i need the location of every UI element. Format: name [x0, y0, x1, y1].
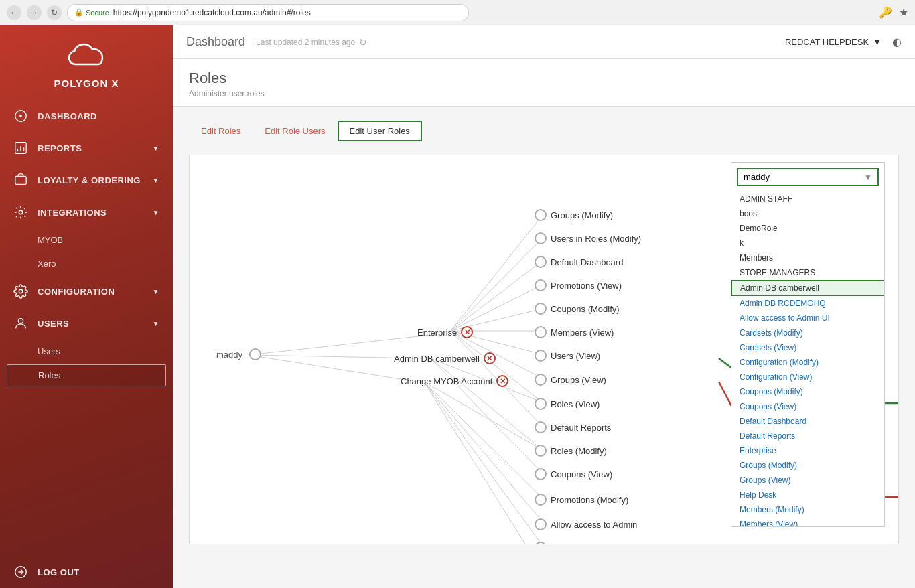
- user-dropdown-arrow: ▼: [873, 37, 882, 47]
- sidebar-item-dashboard[interactable]: DASHBOARD: [0, 100, 173, 132]
- dropdown-item-members[interactable]: Members: [731, 250, 884, 265]
- node-change-myob[interactable]: Change MYOB Account: [401, 375, 508, 387]
- reload-button[interactable]: ↻: [47, 5, 62, 20]
- cloud-icon: [66, 39, 107, 72]
- svg-point-7: [19, 210, 23, 214]
- sidebar-item-users-sub[interactable]: Users: [0, 340, 173, 363]
- dropdown-item-admin-db-rcdemohq[interactable]: Admin DB RCDEMOHQ: [731, 296, 884, 311]
- dropdown-item-members-view[interactable]: Members (View): [731, 517, 884, 526]
- dashboard-icon: [13, 108, 28, 123]
- dropdown-item-demorole[interactable]: DemoRole: [731, 221, 884, 236]
- dropdown-item-allow-access[interactable]: Allow access to Admin UI: [731, 311, 884, 325]
- integrations-icon: [13, 205, 28, 220]
- top-bar-right: REDCAT HELPDESK ▼ ◐: [785, 35, 902, 48]
- dropdown-item-boost[interactable]: boost: [731, 206, 884, 221]
- page-header: Roles Administer user roles: [173, 59, 915, 107]
- star-icon: ★: [899, 6, 908, 19]
- role-node-6: Users (View): [535, 350, 600, 362]
- node-maddy[interactable]: maddy: [216, 348, 261, 360]
- svg-line-16: [451, 238, 543, 331]
- address-bar[interactable]: 🔒 Secure https://polygondemo1.redcatclou…: [67, 4, 469, 21]
- configuration-arrow: ▼: [153, 288, 159, 295]
- dropdown-item-coupons-view[interactable]: Coupons (View): [731, 399, 884, 414]
- tab-edit-role-users[interactable]: Edit Role Users: [253, 121, 337, 141]
- sidebar-item-reports[interactable]: REPORTS ▼: [0, 132, 173, 164]
- dropdown-item-groups-modify[interactable]: Groups (Modify): [731, 458, 884, 473]
- dropdown-item-k[interactable]: k: [731, 236, 884, 250]
- refresh-icon[interactable]: ↻: [359, 37, 367, 48]
- dropdown-item-groups-view[interactable]: Groups (View): [731, 473, 884, 488]
- change-myob-circle: [496, 375, 508, 387]
- dropdown-item-config-view[interactable]: Configuration (View): [731, 370, 884, 384]
- dropdown-item-cardsets-modify[interactable]: Cardsets (Modify): [731, 325, 884, 340]
- reports-arrow: ▼: [153, 145, 159, 152]
- role-node-12: Promotions (Modify): [535, 494, 628, 506]
- node-admin-db[interactable]: Admin DB camberwell: [394, 352, 496, 364]
- tab-edit-user-roles[interactable]: Edit User Roles: [338, 121, 422, 141]
- role-node-13: Allow access to Admin: [535, 518, 637, 530]
- svg-line-26: [431, 358, 543, 450]
- graph-area: maddy Enterprise Admin DB camberwell: [190, 155, 898, 544]
- back-button[interactable]: ←: [7, 5, 21, 20]
- secure-badge: 🔒 Secure: [74, 8, 109, 17]
- browser-bar: ← → ↻ 🔒 Secure https://polygondemo1.redc…: [0, 0, 915, 25]
- role-node-8: Roles (View): [535, 398, 600, 410]
- dropdown-item-store-managers[interactable]: STORE MANAGERS: [731, 265, 884, 280]
- maddy-circle: [249, 348, 261, 360]
- dropdown-arrow[interactable]: ▼: [864, 173, 872, 182]
- page-subtitle: Administer user roles: [189, 89, 899, 98]
- last-updated: Last updated 2 minutes ago: [256, 38, 355, 47]
- forward-button[interactable]: →: [27, 5, 42, 20]
- role-node-5: Members (View): [535, 326, 614, 338]
- sidebar-item-users[interactable]: USERS ▼: [0, 307, 173, 340]
- configuration-icon: [13, 284, 28, 299]
- svg-line-30: [424, 382, 543, 522]
- tab-edit-roles[interactable]: Edit Roles: [189, 121, 253, 141]
- sidebar-item-logout[interactable]: LOG OUT: [0, 556, 173, 588]
- integrations-arrow: ▼: [153, 209, 159, 216]
- svg-rect-6: [15, 177, 27, 185]
- svg-point-1: [19, 115, 22, 117]
- dropdown-item-enterprise[interactable]: Enterprise: [731, 443, 884, 458]
- dropdown-item-default-reports[interactable]: Default Reports: [731, 429, 884, 443]
- search-input[interactable]: [744, 172, 864, 182]
- loyalty-icon: [13, 173, 28, 188]
- sidebar-item-configuration[interactable]: CONFIGURATION ▼: [0, 275, 173, 307]
- dropdown-panel: ▼ ADMIN STAFF boost DemoRole k Members S…: [731, 162, 885, 527]
- users-arrow: ▼: [153, 320, 159, 327]
- svg-line-15: [451, 215, 543, 331]
- dropdown-item-config-modify[interactable]: Configuration (Modify): [731, 355, 884, 370]
- sidebar-item-myob[interactable]: MYOB: [0, 228, 173, 252]
- role-node-0: Groups (Modify): [535, 209, 613, 221]
- svg-line-14: [249, 355, 417, 382]
- dropdown-item-coupons-modify[interactable]: Coupons (Modify): [731, 384, 884, 399]
- dropdown-list: ADMIN STAFF boost DemoRole k Members STO…: [731, 192, 884, 526]
- dropdown-item-admin-staff[interactable]: ADMIN STAFF: [731, 192, 884, 206]
- key-icon: 🔑: [879, 6, 892, 19]
- role-node-1: Users in Roles (Modify): [535, 232, 641, 244]
- role-node-7: Groups (View): [535, 374, 606, 386]
- role-node-3: Promotions (View): [535, 279, 622, 291]
- svg-line-18: [451, 285, 543, 331]
- sidebar-item-roles[interactable]: Roles: [7, 364, 166, 386]
- lock-icon: 🔒: [74, 8, 84, 17]
- dropdown-item-help-desk[interactable]: Help Desk: [731, 488, 884, 502]
- dropdown-item-default-dashboard[interactable]: Default Dashboard: [731, 414, 884, 429]
- role-node-14: Members (Modify): [535, 542, 621, 544]
- dropdown-item-members-modify[interactable]: Members (Modify): [731, 502, 884, 517]
- enterprise-circle: [461, 326, 473, 338]
- role-node-10: Roles (Modify): [535, 445, 607, 457]
- user-menu[interactable]: REDCAT HELPDESK ▼: [785, 37, 882, 47]
- node-enterprise[interactable]: Enterprise: [417, 326, 473, 338]
- logout-icon: [13, 565, 28, 579]
- sidebar-item-xero[interactable]: Xero: [0, 252, 173, 275]
- svg-point-8: [19, 289, 23, 293]
- sidebar-item-loyalty[interactable]: LOYALTY & ORDERING ▼: [0, 164, 173, 196]
- dropdown-item-admin-db-camberwell[interactable]: Admin DB camberwell: [731, 280, 884, 296]
- dropdown-item-cardsets-view[interactable]: Cardsets (View): [731, 340, 884, 355]
- users-icon: [13, 316, 28, 331]
- sidebar-item-integrations[interactable]: INTEGRATIONS ▼: [0, 196, 173, 228]
- dropdown-search[interactable]: ▼: [737, 168, 879, 186]
- theme-toggle-icon[interactable]: ◐: [892, 35, 902, 48]
- reports-icon: [13, 141, 28, 155]
